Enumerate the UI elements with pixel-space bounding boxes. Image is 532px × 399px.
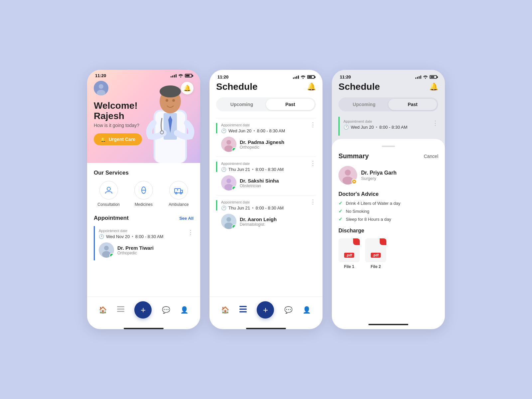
home-indicator bbox=[124, 328, 164, 329]
urgent-care-button[interactable]: 🔔 Urgent Care bbox=[94, 133, 142, 145]
svg-point-35 bbox=[226, 217, 231, 222]
screen-summary: 11:20 Schedule 🔔 Upcomi bbox=[332, 70, 445, 329]
service-consultation[interactable]: Consultation bbox=[94, 181, 123, 207]
service-medicines[interactable]: Medicines bbox=[129, 181, 158, 207]
nav-schedule[interactable] bbox=[239, 306, 247, 314]
summary-doctor-specialty: Surgery bbox=[361, 176, 397, 181]
more-options-3[interactable]: ⋮ bbox=[310, 198, 316, 205]
welcome-title: Welcome! bbox=[94, 101, 194, 111]
online-2 bbox=[232, 186, 236, 191]
more-options-s3[interactable]: ⋮ bbox=[432, 119, 438, 127]
appointment-card[interactable]: ⋮ Appointment date 🕐 Wed Nov 20 • 8:00 -… bbox=[94, 226, 194, 260]
advice-item-2: ✓ No Smoking bbox=[338, 208, 438, 214]
doctor-avatar bbox=[99, 242, 114, 258]
screen-schedule: 11:20 Schedule 🔔 Upcoming Past bbox=[209, 70, 323, 329]
nav-profile-2[interactable]: 👤 bbox=[303, 306, 311, 314]
check-1: ✓ bbox=[338, 200, 342, 206]
file-item-2[interactable]: .pdf File 2 bbox=[365, 238, 386, 269]
appointment-list: ⋮ Appointment date 🕐 Wed Jun 20 • 8:00 -… bbox=[216, 118, 316, 234]
svg-rect-39 bbox=[239, 311, 247, 313]
more-options[interactable]: ⋮ bbox=[188, 229, 194, 236]
svg-rect-24 bbox=[117, 306, 124, 307]
schedule-title-3: Schedule bbox=[338, 81, 380, 92]
svg-point-13 bbox=[107, 187, 110, 191]
advice-text-2: No Smoking bbox=[346, 209, 369, 214]
more-options-1[interactable]: ⋮ bbox=[310, 121, 316, 128]
tab-past[interactable]: Past bbox=[266, 99, 315, 110]
pdf-icon-2: .pdf bbox=[365, 238, 386, 262]
doc-avatar-3 bbox=[221, 214, 236, 229]
check-3: ✓ bbox=[338, 216, 342, 222]
advice-text-1: Drink 4 Liters of Water a day bbox=[346, 201, 400, 206]
pdf-icon-1: .pdf bbox=[338, 238, 360, 262]
cancel-button[interactable]: Cancel bbox=[424, 154, 438, 159]
svg-point-29 bbox=[226, 140, 231, 145]
status-icons-3 bbox=[415, 75, 437, 79]
advice-section: Doctor's Advice ✓ Drink 4 Liters of Wate… bbox=[338, 191, 438, 222]
schedule-bell[interactable]: 🔔 bbox=[307, 82, 316, 91]
appointment-title: Appointment bbox=[94, 215, 129, 221]
nav-add[interactable]: + bbox=[134, 301, 152, 319]
ambulance-icon bbox=[169, 181, 188, 200]
appointment-item-1[interactable]: ⋮ Appointment date 🕐 Wed Jun 20 • 8:00 -… bbox=[216, 118, 316, 157]
svg-point-40 bbox=[425, 78, 426, 79]
summary-doctor-name: Dr. Priya Garh bbox=[361, 170, 397, 176]
advice-item-3: ✓ Sleep for 8 Hours a day bbox=[338, 216, 438, 222]
discharge-section: Discharge .pdf File 1 .pdf bbox=[338, 228, 438, 269]
tab-row: Upcoming Past bbox=[216, 97, 316, 111]
screen-home: 11:20 bbox=[87, 70, 200, 329]
nav-profile[interactable]: 👤 bbox=[180, 306, 189, 314]
file-name-1: File 1 bbox=[344, 264, 354, 269]
check-2: ✓ bbox=[338, 208, 342, 214]
appointment-item-2[interactable]: ⋮ Appointment date 🕐 Thu Jun 21 • 8:00 -… bbox=[216, 157, 316, 195]
online-indicator bbox=[109, 253, 114, 258]
svg-rect-26 bbox=[117, 311, 124, 312]
status-time-3: 11:20 bbox=[340, 74, 351, 79]
svg-rect-25 bbox=[117, 309, 124, 310]
nav-add-2[interactable]: + bbox=[257, 301, 274, 319]
status-time-2: 11:20 bbox=[217, 74, 228, 79]
svg-rect-38 bbox=[239, 309, 247, 310]
urgent-icon: 🔔 bbox=[100, 137, 106, 142]
schedule-bell-3[interactable]: 🔔 bbox=[429, 82, 438, 91]
nav-home-2[interactable]: 🏠 bbox=[221, 306, 229, 314]
online-3 bbox=[232, 224, 236, 229]
bottom-nav: 🏠 + 💬 👤 bbox=[87, 296, 200, 325]
clock-icon-s3: 🕐 bbox=[343, 125, 349, 130]
tab-past-3[interactable]: Past bbox=[388, 99, 437, 110]
advice-item-1: ✓ Drink 4 Liters of Water a day bbox=[338, 200, 438, 206]
schedule-header-3: Schedule 🔔 bbox=[332, 81, 445, 92]
clock-icon-2: 🕐 bbox=[221, 167, 226, 172]
clock-icon: 🕐 bbox=[99, 234, 104, 239]
schedule-title: Schedule bbox=[216, 81, 257, 92]
see-all-link[interactable]: See All bbox=[179, 216, 194, 221]
nav-list[interactable] bbox=[117, 306, 124, 314]
clock-icon-1: 🕐 bbox=[221, 128, 226, 133]
service-ambulance[interactable]: Ambulance bbox=[164, 181, 194, 207]
status-time: 11:20 bbox=[95, 73, 106, 78]
welcome-name: Rajesh bbox=[94, 111, 194, 121]
schedule-header: Schedule 🔔 bbox=[209, 81, 323, 92]
doc-avatar-1 bbox=[221, 137, 236, 152]
appointment-item-3[interactable]: ⋮ Appointment date 🕐 Thu Jun 21 • 8:00 -… bbox=[216, 195, 316, 234]
welcome-subtitle: How is it going today? bbox=[94, 123, 194, 128]
svg-marker-44 bbox=[353, 181, 355, 183]
summary-title: Summary bbox=[338, 152, 369, 160]
home-indicator-3 bbox=[368, 324, 408, 325]
tab-upcoming-3[interactable]: Upcoming bbox=[340, 99, 388, 110]
nav-chat[interactable]: 💬 bbox=[162, 306, 170, 314]
svg-point-27 bbox=[303, 78, 304, 79]
appt-date: Wed Nov 20 bbox=[106, 234, 130, 239]
medicine-icon bbox=[134, 181, 153, 200]
bottom-nav-2: 🏠 + 💬 👤 bbox=[209, 296, 323, 325]
nav-home[interactable]: 🏠 bbox=[99, 306, 107, 314]
nav-chat-2[interactable]: 💬 bbox=[284, 306, 293, 314]
user-avatar[interactable] bbox=[94, 81, 108, 95]
more-options-2[interactable]: ⋮ bbox=[310, 160, 316, 167]
file-item-1[interactable]: .pdf File 1 bbox=[338, 238, 360, 269]
services-title: Our Services bbox=[94, 170, 194, 176]
discharge-title: Discharge bbox=[338, 228, 438, 234]
video-icon bbox=[351, 179, 357, 184]
tab-upcoming[interactable]: Upcoming bbox=[217, 99, 266, 110]
appt-time: 8:00 - 8:30 AM bbox=[135, 234, 164, 239]
